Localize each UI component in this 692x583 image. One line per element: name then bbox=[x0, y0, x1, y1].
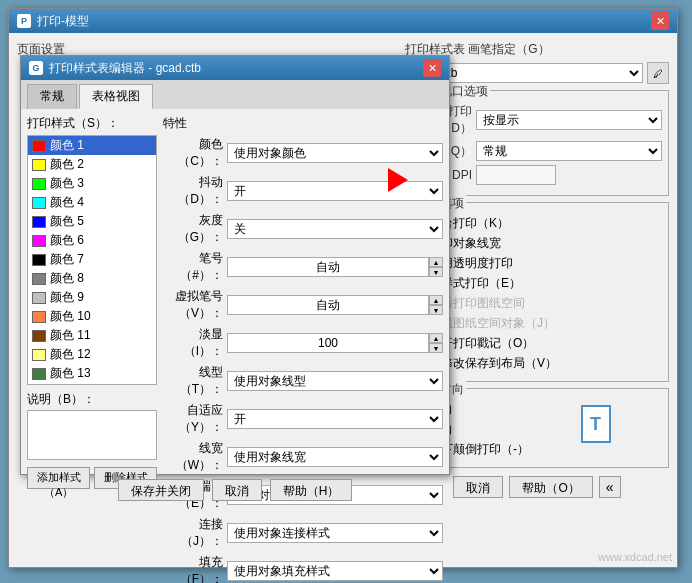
color-name-9: 颜色 10 bbox=[50, 308, 91, 325]
color-list[interactable]: 颜色 1 颜色 2 颜色 3 颜色 4 颜色 5 bbox=[27, 135, 157, 385]
color-item-12[interactable]: 颜色 13 bbox=[28, 364, 156, 383]
color-swatch-9 bbox=[32, 311, 46, 323]
fade-prop-label: 淡显（I）： bbox=[163, 326, 223, 360]
main-close-button[interactable]: ✕ bbox=[651, 12, 669, 30]
dpi-input[interactable] bbox=[476, 165, 556, 185]
app-icon: P bbox=[17, 14, 31, 28]
color-name-11: 颜色 12 bbox=[50, 346, 91, 363]
add-style-button[interactable]: 添加样式（A） bbox=[27, 467, 90, 489]
color-item-9[interactable]: 颜色 10 bbox=[28, 307, 156, 326]
color-item-8[interactable]: 颜色 9 bbox=[28, 288, 156, 307]
desc-label: 说明（B）： bbox=[27, 391, 157, 408]
quality-select[interactable]: 常规 bbox=[476, 141, 662, 161]
color-swatch-3 bbox=[32, 197, 46, 209]
fade-prop-row: 淡显（I）： ▲ ▼ bbox=[163, 326, 443, 360]
fade-spinner: ▲ ▼ bbox=[227, 333, 443, 353]
color-swatch-6 bbox=[32, 254, 46, 266]
tab-bar: 常规 表格视图 bbox=[21, 80, 449, 109]
color-item-2[interactable]: 颜色 3 bbox=[28, 174, 156, 193]
color-prop-label: 颜色（C）： bbox=[163, 136, 223, 170]
sub-close-button[interactable]: ✕ bbox=[423, 59, 441, 77]
color-item-5[interactable]: 颜色 6 bbox=[28, 231, 156, 250]
pen-up-btn[interactable]: ▲ bbox=[429, 257, 443, 267]
vpen-up-btn[interactable]: ▲ bbox=[429, 295, 443, 305]
color-item-11[interactable]: 颜色 12 bbox=[28, 345, 156, 364]
color-name-6: 颜色 7 bbox=[50, 251, 84, 268]
color-name-5: 颜色 6 bbox=[50, 232, 84, 249]
dither-prop-select[interactable]: 开 bbox=[227, 181, 443, 201]
desc-box: 说明（B）： bbox=[27, 391, 157, 463]
color-swatch-4 bbox=[32, 216, 46, 228]
cancel-button[interactable]: 取消 bbox=[453, 476, 503, 498]
fill-prop-row: 填充（F）： 使用对象填充样式 bbox=[163, 554, 443, 583]
vpen-down-btn[interactable]: ▼ bbox=[429, 305, 443, 315]
pen-spinner: ▲ ▼ bbox=[227, 257, 443, 277]
pen-input[interactable] bbox=[227, 257, 429, 277]
sub-content: 打印样式（S）： 颜色 1 颜色 2 颜色 3 颜色 4 bbox=[21, 109, 449, 475]
sub-title-left: G 打印样式表编辑器 - gcad.ctb bbox=[29, 60, 201, 77]
gray-prop-select[interactable]: 关 bbox=[227, 219, 443, 239]
sub-help-button[interactable]: 帮助（H） bbox=[270, 479, 353, 501]
color-name-3: 颜色 4 bbox=[50, 194, 84, 211]
color-item-3[interactable]: 颜色 4 bbox=[28, 193, 156, 212]
chevron-button[interactable]: « bbox=[599, 476, 621, 498]
vpen-input[interactable] bbox=[227, 295, 429, 315]
linetype-prop-label: 线型（T）： bbox=[163, 364, 223, 398]
join-prop-label: 连接（J）： bbox=[163, 516, 223, 550]
color-name-1: 颜色 2 bbox=[50, 156, 84, 173]
sub-cancel-button[interactable]: 取消 bbox=[212, 479, 262, 501]
adapt-prop-label: 自适应（Y）： bbox=[163, 402, 223, 436]
color-name-10: 颜色 11 bbox=[50, 327, 91, 344]
save-close-button[interactable]: 保存并关闭 bbox=[118, 479, 204, 501]
color-name-4: 颜色 5 bbox=[50, 213, 84, 230]
color-swatch-11 bbox=[32, 349, 46, 361]
color-prop-row: 颜色（C）： 使用对象颜色 bbox=[163, 136, 443, 170]
color-item-13[interactable]: 颜色 14 bbox=[28, 383, 156, 385]
adapt-prop-row: 自适应（Y）： 开 bbox=[163, 402, 443, 436]
color-prop-select[interactable]: 使用对象颜色 bbox=[227, 143, 443, 163]
fade-spinner-btns: ▲ ▼ bbox=[429, 333, 443, 353]
color-swatch-1 bbox=[32, 159, 46, 171]
fill-prop-label: 填充（F）： bbox=[163, 554, 223, 583]
shaded-select[interactable]: 按显示 bbox=[476, 110, 662, 130]
fill-prop-select[interactable]: 使用对象填充样式 bbox=[227, 561, 443, 581]
color-item-6[interactable]: 颜色 7 bbox=[28, 250, 156, 269]
color-list-title: 打印样式（S）： bbox=[27, 115, 157, 132]
desc-textarea[interactable] bbox=[27, 410, 157, 460]
linetype-prop-row: 线型（T）： 使用对象线型 bbox=[163, 364, 443, 398]
color-swatch-2 bbox=[32, 178, 46, 190]
color-name-8: 颜色 9 bbox=[50, 289, 84, 306]
color-name-13: 颜色 14 bbox=[50, 384, 91, 385]
vpen-spinner: ▲ ▼ bbox=[227, 295, 443, 315]
linewidth-prop-select[interactable]: 使用对象线宽 bbox=[227, 447, 443, 467]
pen-prop-label: 笔号（#）： bbox=[163, 250, 223, 284]
color-item-10[interactable]: 颜色 11 bbox=[28, 326, 156, 345]
linetype-prop-select[interactable]: 使用对象线型 bbox=[227, 371, 443, 391]
color-list-panel: 打印样式（S）： 颜色 1 颜色 2 颜色 3 颜色 4 bbox=[27, 115, 157, 469]
tab-general[interactable]: 常规 bbox=[27, 84, 77, 109]
style-table-edit-icon[interactable]: 🖊 bbox=[647, 62, 669, 84]
fade-up-btn[interactable]: ▲ bbox=[429, 333, 443, 343]
watermark: www.xdcad.net bbox=[598, 551, 672, 563]
sub-dialog-title: 打印样式表编辑器 - gcad.ctb bbox=[49, 60, 201, 77]
style-editor-dialog: G 打印样式表编辑器 - gcad.ctb ✕ 常规 表格视图 打印样式（S）：… bbox=[20, 55, 450, 475]
color-item-7[interactable]: 颜色 8 bbox=[28, 269, 156, 288]
fade-down-btn[interactable]: ▼ bbox=[429, 343, 443, 353]
vpen-spinner-btns: ▲ ▼ bbox=[429, 295, 443, 315]
pen-spinner-btns: ▲ ▼ bbox=[429, 257, 443, 277]
color-item-0[interactable]: 颜色 1 bbox=[28, 136, 156, 155]
pen-down-btn[interactable]: ▼ bbox=[429, 267, 443, 277]
page-orientation-icon bbox=[581, 405, 611, 443]
color-item-1[interactable]: 颜色 2 bbox=[28, 155, 156, 174]
color-item-4[interactable]: 颜色 5 bbox=[28, 212, 156, 231]
main-title-bar: P 打印-模型 ✕ bbox=[9, 9, 677, 33]
help-button[interactable]: 帮助（O） bbox=[509, 476, 592, 498]
color-name-2: 颜色 3 bbox=[50, 175, 84, 192]
color-swatch-7 bbox=[32, 273, 46, 285]
adapt-prop-select[interactable]: 开 bbox=[227, 409, 443, 429]
linewidth-prop-label: 线宽（W）： bbox=[163, 440, 223, 474]
join-prop-select[interactable]: 使用对象连接样式 bbox=[227, 523, 443, 543]
fade-input[interactable] bbox=[227, 333, 429, 353]
vpen-prop-label: 虚拟笔号（V）： bbox=[163, 288, 223, 322]
tab-grid[interactable]: 表格视图 bbox=[79, 84, 153, 109]
